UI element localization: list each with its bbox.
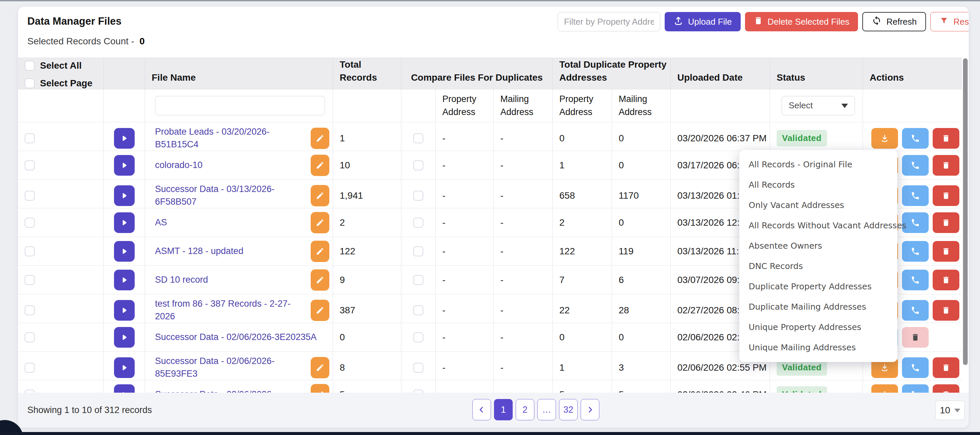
edit-file-button[interactable] [311, 269, 329, 291]
page-size-select[interactable]: 10 [935, 401, 965, 420]
file-name-link[interactable]: Successor Data - 02/06/2026-3E20235A [155, 331, 329, 344]
menu-item-unique-property[interactable]: Unique Property Addresses [739, 317, 897, 337]
file-name-link[interactable]: SD 10 record [155, 274, 308, 286]
compare-checkbox[interactable] [413, 363, 423, 373]
compare-property-cell: - [436, 294, 494, 326]
compare-checkbox[interactable] [413, 332, 423, 343]
expand-row-button[interactable] [114, 327, 135, 348]
compare-checkbox[interactable] [413, 246, 423, 257]
file-name-link[interactable]: colorado-10 [155, 159, 308, 172]
file-name-link[interactable]: AS [155, 216, 308, 229]
expand-row-button[interactable] [114, 357, 135, 378]
row-checkbox[interactable] [25, 363, 35, 373]
select-page-label: Select Page [40, 76, 92, 90]
file-name-link[interactable]: Successor Data - 02/06/2026-85E93FE3 [155, 355, 308, 380]
compare-checkbox[interactable] [413, 191, 423, 201]
page-button-32[interactable]: 32 [559, 399, 578, 420]
menu-item-dnc-records[interactable]: DNC Records [739, 256, 897, 276]
delete-selected-files-button[interactable]: Delete Selected Files [745, 12, 858, 31]
row-checkbox[interactable] [25, 160, 35, 170]
delete-file-button[interactable] [933, 270, 959, 290]
edit-file-button[interactable] [311, 357, 329, 378]
edit-file-button[interactable] [311, 155, 329, 176]
vertical-scrollbar[interactable] [963, 58, 968, 365]
phone-icon [911, 191, 920, 200]
menu-item-duplicate-mailing[interactable]: Duplicate Mailing Addresses [739, 297, 897, 317]
delete-file-button[interactable] [933, 128, 959, 149]
menu-item-unique-mailing[interactable]: Unique Mailing Addresses [739, 337, 897, 358]
call-button[interactable] [902, 155, 929, 176]
file-name-link[interactable]: ASMT - 128 - updated [155, 245, 308, 258]
file-name-link[interactable]: Successor Data - 03/13/2026-6F58B507 [155, 183, 308, 208]
caret-right-icon [120, 306, 129, 315]
call-button[interactable] [902, 270, 929, 290]
select-all-checkbox[interactable] [25, 61, 35, 71]
call-button[interactable] [902, 241, 929, 262]
phone-icon [911, 161, 920, 170]
row-checkbox[interactable] [25, 275, 35, 285]
delete-file-button[interactable] [933, 155, 959, 176]
call-button[interactable] [902, 357, 929, 378]
file-name-link[interactable]: test from 86 - 387 Records - 2-27-2026 [155, 298, 308, 323]
property-address-filter-input[interactable] [558, 12, 660, 31]
page-button-1[interactable]: 1 [494, 399, 513, 420]
menu-item-duplicate-property[interactable]: Duplicate Property Addresses [739, 276, 897, 297]
row-checkbox[interactable] [25, 246, 35, 257]
download-file-button[interactable] [871, 128, 898, 149]
duplicate-mailing-cell: 1170 [612, 180, 671, 212]
compare-mailing-cell: - [494, 208, 553, 237]
delete-file-button[interactable] [933, 357, 959, 378]
edit-file-button[interactable] [311, 185, 329, 206]
pencil-icon [316, 191, 325, 200]
expand-row-button[interactable] [114, 185, 135, 206]
call-button[interactable] [902, 128, 929, 149]
call-button[interactable] [902, 185, 929, 206]
row-checkbox[interactable] [25, 305, 35, 315]
expand-row-button[interactable] [114, 155, 135, 176]
file-name-link[interactable]: Probate Leads - 03/20/2026-B51B15C4 [155, 126, 308, 151]
row-checkbox[interactable] [25, 191, 35, 201]
compare-checkbox[interactable] [413, 218, 423, 228]
delete-file-button[interactable] [933, 185, 959, 206]
select-page-checkbox[interactable] [25, 78, 35, 88]
row-checkbox[interactable] [25, 332, 35, 343]
menu-item-without-vacant[interactable]: All Records Without Vacant Addresses [739, 215, 897, 236]
call-button[interactable] [902, 300, 929, 321]
menu-item-all-records-original[interactable]: All Records - Original File [739, 155, 897, 175]
compare-checkbox[interactable] [413, 305, 423, 315]
edit-file-button[interactable] [311, 241, 329, 262]
reset-filters-button[interactable]: Reset Filters [930, 12, 969, 31]
edit-file-button[interactable] [311, 212, 329, 233]
expand-row-button[interactable] [114, 300, 135, 321]
trash-icon [942, 306, 950, 315]
status-filter-select[interactable]: Select [782, 96, 855, 115]
previous-page-button[interactable] [473, 399, 491, 420]
file-name-filter-input[interactable] [155, 96, 325, 115]
compare-checkbox[interactable] [413, 160, 423, 170]
page-ellipsis-button[interactable]: … [537, 399, 556, 420]
delete-file-button[interactable] [933, 241, 959, 262]
expand-row-button[interactable] [114, 128, 135, 149]
menu-item-all-records[interactable]: All Records [739, 175, 897, 195]
refresh-button[interactable]: Refresh [862, 12, 926, 31]
menu-item-only-vacant[interactable]: Only Vacant Addresses [739, 195, 897, 215]
row-checkbox[interactable] [25, 133, 35, 143]
delete-file-button[interactable] [933, 212, 959, 233]
expand-row-button[interactable] [114, 270, 135, 290]
upload-file-button[interactable]: Upload File [665, 12, 741, 31]
compare-checkbox[interactable] [413, 133, 423, 143]
edit-file-button[interactable] [311, 300, 329, 321]
page-button-2[interactable]: 2 [515, 399, 535, 420]
expand-row-button[interactable] [114, 212, 135, 233]
next-page-button[interactable] [581, 399, 599, 420]
delete-file-button[interactable] [902, 327, 929, 348]
compare-checkbox[interactable] [413, 275, 423, 285]
filter-funnel-icon [939, 16, 949, 28]
total-records-column-header: Total Records [333, 58, 401, 91]
row-checkbox[interactable] [25, 218, 35, 228]
delete-file-button[interactable] [933, 300, 959, 321]
menu-item-absentee-owners[interactable]: Absentee Owners [739, 236, 897, 256]
edit-file-button[interactable] [311, 127, 329, 149]
compare-property-cell: - [436, 266, 494, 294]
expand-row-button[interactable] [114, 241, 135, 262]
